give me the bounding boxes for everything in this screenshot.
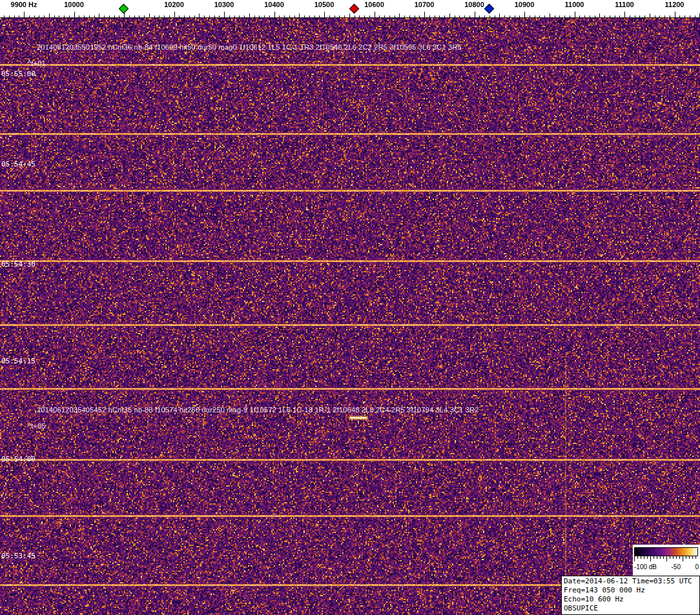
spectrogram-waterfall[interactable] [0,18,700,615]
freq-tick-label: 10900 [515,1,535,8]
freq-tick-label: 10700 [415,1,435,8]
info-line-station: OBSUPICE [564,604,697,613]
colorscale-ruler [634,556,698,561]
intensity-colorscale: -100 dB -50 0 [633,545,700,576]
freq-tick-label: 10300 [214,1,234,8]
colorscale-min-label: -100 dB [634,563,657,570]
info-line-echo: Echo=10 600 Hz [564,595,697,604]
info-panel: Date=2014-06-12 Time=03:55 UTC Freq=143 … [561,576,700,615]
freq-tick-label: 11100 [615,1,633,8]
freq-tick-label: 11200 [665,1,685,8]
spectrogram-app: 9900 Hz100001020010300104001050010600107… [0,0,700,615]
colorscale-gradient-bar [634,547,698,556]
freq-tick-label: 10400 [264,1,284,8]
info-line-freq: Freq=143 050 000 Hz [564,586,697,595]
freq-tick-label: 10600 [364,1,384,8]
freq-tick-label: 10800 [464,1,484,8]
freq-tick-label: 11000 [565,1,584,8]
freq-tick-label: 10000 [64,1,84,8]
freq-tick-label: 10500 [314,1,335,8]
frequency-axis: 9900 Hz100001020010300104001050010600107… [0,0,700,18]
colorscale-max-label: 0 [695,563,699,570]
colorscale-labels: -100 dB -50 0 [633,563,700,570]
freq-tick-label: 9900 Hz [11,1,37,8]
colorscale-mid-label: -50 [672,563,681,570]
info-line-date: Date=2014-06-12 Time=03:55 UTC [564,577,697,586]
freq-tick-label: 10200 [164,1,184,8]
